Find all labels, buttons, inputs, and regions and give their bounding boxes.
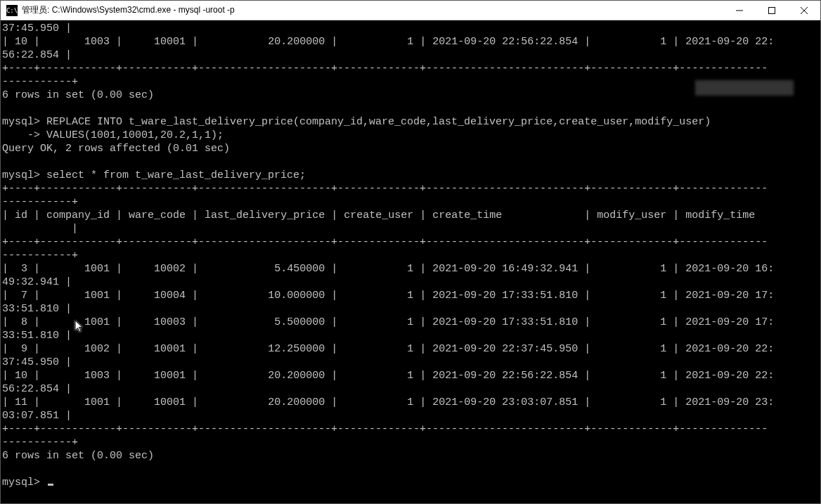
cell: 20.200000 xyxy=(268,370,325,382)
cell: 2021-09-20 22:56:22.854 xyxy=(432,36,578,48)
row-wrap: 33:51.810 xyxy=(2,303,59,315)
svg-rect-1 xyxy=(769,7,775,13)
cell: 2021-09-20 16: xyxy=(685,263,774,275)
cell: 1 xyxy=(660,396,666,408)
titlebar[interactable]: C:\ 管理员: C:\Windows\System32\cmd.exe - m… xyxy=(1,1,820,20)
cell: 1 xyxy=(660,316,666,328)
cell: 5.450000 xyxy=(274,263,325,275)
col-ware-code: ware_code xyxy=(129,209,186,221)
cell: 1003 xyxy=(84,370,110,382)
cell: 2021-09-20 23:03:07.851 xyxy=(432,396,578,408)
redacted-block xyxy=(695,80,794,96)
col-last-delivery-price: last_delivery_price xyxy=(205,209,325,221)
col-create-time: create_time xyxy=(432,209,502,221)
minimize-button[interactable] xyxy=(723,1,756,20)
row-wrap: 56:22.854 xyxy=(2,383,59,395)
cell: 1 xyxy=(660,36,666,48)
cell: 11 xyxy=(15,396,27,408)
row-wrap: 33:51.810 xyxy=(2,330,59,342)
replace-line1: mysql> REPLACE INTO t_ware_last_delivery… xyxy=(2,116,711,128)
cell: 1 xyxy=(407,370,413,382)
row-wrap: 37:45.950 xyxy=(2,356,59,368)
cell: 1 xyxy=(407,36,413,48)
separator-wrap: -----------+ xyxy=(2,76,78,88)
cursor-icon xyxy=(48,484,53,486)
cell: 2021-09-20 22: xyxy=(685,36,774,48)
window-title: 管理员: C:\Windows\System32\cmd.exe - mysql… xyxy=(22,4,723,16)
col-create-user: create_user xyxy=(344,209,413,221)
cell: 10.000000 xyxy=(268,290,325,302)
cell: 2021-09-20 22: xyxy=(685,370,774,382)
cell: 1003 xyxy=(84,36,110,48)
cell: 1 xyxy=(407,343,413,355)
cell: 1001 xyxy=(84,263,110,275)
cell: 2021-09-20 23: xyxy=(685,396,774,408)
cell: 2021-09-20 22:37:45.950 xyxy=(432,343,578,355)
row-wrap-top: 37:45.950 xyxy=(2,22,59,34)
cell: 10 xyxy=(15,370,27,382)
cell: 20.200000 xyxy=(268,36,325,48)
col-modify-time: modify_time xyxy=(685,209,755,221)
cell: 9 xyxy=(21,343,27,355)
cmd-icon: C:\ xyxy=(6,5,18,16)
cmd-window: C:\ 管理员: C:\Windows\System32\cmd.exe - m… xyxy=(0,0,821,504)
cell: 1001 xyxy=(84,290,110,302)
row-wrap: 03:07.851 xyxy=(2,410,59,422)
cell: 1002 xyxy=(84,343,110,355)
cell: 5.500000 xyxy=(274,316,325,328)
cell: 2021-09-20 22:56:22.854 xyxy=(432,370,578,382)
cell: 2021-09-20 17:33:51.810 xyxy=(432,316,578,328)
separator: +----+------------+-----------+---------… xyxy=(2,423,768,435)
cell: 10001 xyxy=(154,370,186,382)
separator: +----+------------+-----------+---------… xyxy=(2,236,768,248)
col-company-id: company_id xyxy=(46,209,110,221)
separator-wrap: -----------+ xyxy=(2,196,78,208)
separator-wrap: -----------+ xyxy=(2,250,78,261)
cell: 1 xyxy=(660,370,666,382)
mouse-pointer-icon xyxy=(62,306,84,338)
replace-result: Query OK, 2 rows affected (0.01 sec) xyxy=(2,143,230,155)
cell: 10002 xyxy=(154,263,186,275)
rows-in-set-2: 6 rows in set (0.00 sec) xyxy=(2,450,154,462)
cell: 1 xyxy=(407,316,413,328)
cell: 1 xyxy=(660,263,666,275)
cell: 1001 xyxy=(84,316,110,328)
cell: 10003 xyxy=(154,316,186,328)
col-id: id xyxy=(15,209,27,221)
cell: 2021-09-20 22: xyxy=(685,343,774,355)
maximize-button[interactable] xyxy=(756,1,788,20)
cell: 7 xyxy=(21,290,27,302)
cell: 10 xyxy=(15,36,27,48)
row-wrap: 49:32.941 xyxy=(2,276,59,288)
cell: 2021-09-20 17: xyxy=(685,316,774,328)
select-stmt: mysql> select * from t_ware_last_deliver… xyxy=(2,169,306,181)
cell: 1 xyxy=(407,290,413,302)
cell: 2021-09-20 16:49:32.941 xyxy=(432,263,578,275)
cell: 8 xyxy=(21,316,27,328)
col-modify-user: modify_user xyxy=(597,209,666,221)
separator: +----+------------+-----------+---------… xyxy=(2,183,768,195)
cell: 1001 xyxy=(84,396,110,408)
terminal-viewport[interactable]: 37:45.950 | | 10 | 1003 | 10001 | 20.200… xyxy=(1,20,820,503)
separator: +----+------------+-----------+---------… xyxy=(2,63,768,75)
cell: 3 xyxy=(21,263,27,275)
cell: 10004 xyxy=(154,290,186,302)
cell: 10001 xyxy=(154,343,186,355)
cell: 1 xyxy=(407,263,413,275)
rows-in-set-1: 6 rows in set (0.00 sec) xyxy=(2,89,154,101)
close-button[interactable] xyxy=(788,1,820,20)
window-buttons xyxy=(723,1,820,20)
cell: 1 xyxy=(660,343,666,355)
cell: 1 xyxy=(407,396,413,408)
mysql-prompt[interactable]: mysql> xyxy=(2,477,46,489)
cell: 12.250000 xyxy=(268,343,325,355)
cell: 2021-09-20 17:33:51.810 xyxy=(432,290,578,302)
cell: 1 xyxy=(660,290,666,302)
cell: 20.200000 xyxy=(268,396,325,408)
cell: 10001 xyxy=(154,396,186,408)
cell: 2021-09-20 17: xyxy=(685,290,774,302)
separator-wrap: -----------+ xyxy=(2,437,78,448)
cell: 10001 xyxy=(154,36,186,48)
replace-line2: -> VALUES(1001,10001,20.2,1,1); xyxy=(2,129,224,141)
row-wrap-top2: 56:22.854 xyxy=(2,49,59,61)
